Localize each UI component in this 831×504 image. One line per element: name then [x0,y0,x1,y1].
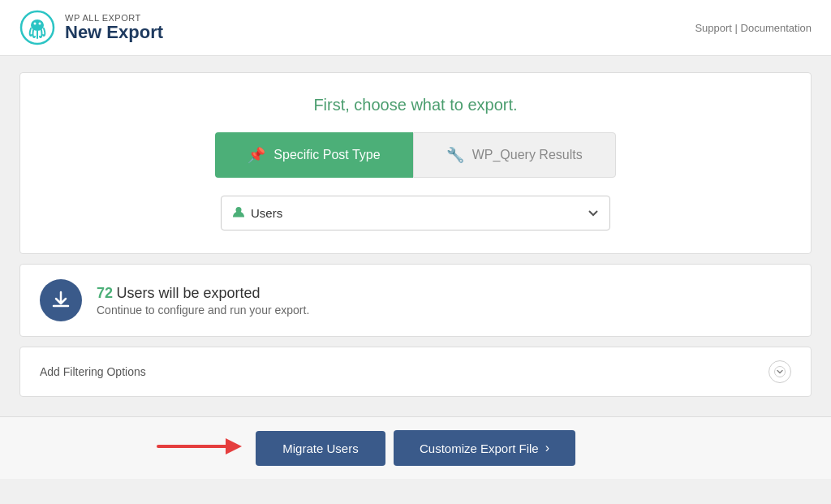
export-count-line: 72 Users will be exported [97,285,309,302]
svg-point-3 [39,23,41,25]
wp-query-button[interactable]: 🔧 WP_Query Results [413,132,616,178]
documentation-link[interactable]: Documentation [741,22,812,34]
svg-point-5 [775,367,786,377]
customize-export-button[interactable]: Customize Export File › [394,430,575,466]
specific-post-type-button[interactable]: 📌 Specific Post Type [215,132,412,178]
dropdown-container: Users Posts Pages Products Orders [40,196,791,230]
wp-query-label: WP_Query Results [472,148,583,162]
logo-text-area: WP ALL EXPORT New Export [65,13,163,42]
support-link[interactable]: Support [695,22,732,34]
logo-area: WP ALL EXPORT New Export [19,10,163,45]
export-type-buttons: 📌 Specific Post Type 🔧 WP_Query Results [40,132,791,178]
export-info-text: 72 Users will be exported Continue to co… [97,285,309,317]
specific-post-type-label: Specific Post Type [273,148,380,162]
wrench-icon: 🔧 [446,146,464,164]
export-icon-circle [40,279,82,321]
svg-point-2 [34,23,37,25]
main-content: First, choose what to export. 📌 Specific… [0,56,831,413]
customize-export-label: Customize Export File [420,442,539,455]
export-info-card: 72 Users will be exported Continue to co… [19,264,812,337]
page-title: New Export [65,23,163,42]
svg-point-1 [31,19,44,31]
post-type-dropdown[interactable]: Users Posts Pages Products Orders [221,196,610,230]
post-type-select-wrapper: Users Posts Pages Products Orders [221,196,610,230]
action-bar: Migrate Users Customize Export File › [0,416,831,479]
export-subtitle: Continue to configure and run your expor… [97,304,309,317]
filter-label: Add Filtering Options [40,365,146,378]
choose-export-card: First, choose what to export. 📌 Specific… [19,72,812,254]
arrow-indicator [154,432,243,464]
pin-icon: 📌 [248,146,265,164]
export-count: 72 [97,285,113,301]
top-links: Support | Documentation [695,22,812,34]
migrate-users-button[interactable]: Migrate Users [256,431,385,466]
download-icon [50,290,71,311]
top-bar: WP ALL EXPORT New Export Support | Docum… [0,0,831,56]
filter-card[interactable]: Add Filtering Options [19,347,812,397]
choose-title: First, choose what to export. [40,96,791,114]
logo-icon [19,10,55,45]
chevron-right-icon: › [545,441,549,455]
separator: | [735,22,741,34]
filter-chevron-icon[interactable] [769,360,791,383]
export-entity: Users will be exported [116,285,260,301]
